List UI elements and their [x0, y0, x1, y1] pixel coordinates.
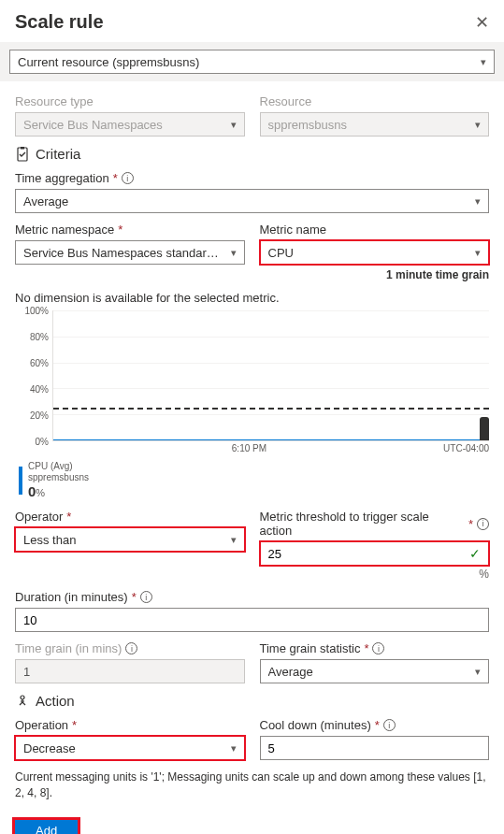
- grid-line: [53, 388, 489, 389]
- chart-bar: [480, 417, 489, 440]
- x-tick: 6:10 PM: [232, 443, 266, 453]
- y-tick: 40%: [15, 384, 49, 395]
- svg-rect-0: [18, 148, 27, 161]
- time-aggregation-value: Average: [23, 194, 68, 208]
- resource-type-value: Service Bus Namespaces: [23, 118, 163, 132]
- chevron-down-icon: ▾: [481, 56, 486, 68]
- metric-namespace-select[interactable]: Service Bus Namespaces standard me... ▾: [15, 240, 245, 265]
- resource-type-select: Service Bus Namespaces ▾: [15, 112, 245, 137]
- time-grain-stat-value: Average: [268, 665, 313, 679]
- cooldown-field[interactable]: [268, 737, 482, 759]
- chevron-down-icon: ▾: [231, 247, 237, 259]
- svg-point-2: [21, 696, 24, 699]
- threshold-input[interactable]: ✓: [260, 541, 490, 566]
- criteria-heading-text: Criteria: [36, 146, 80, 162]
- threshold-line: [53, 408, 489, 410]
- page-title: Scale rule: [15, 11, 104, 33]
- cooldown-label: Cool down (minutes) * i: [260, 718, 490, 732]
- metric-name-select[interactable]: CPU ▾: [260, 240, 490, 265]
- info-icon[interactable]: i: [372, 642, 384, 654]
- legend-color-swatch: [19, 467, 22, 495]
- operator-select[interactable]: Less than ▾: [15, 527, 245, 552]
- messaging-units-note: Current messaging units is '1'; Messagin…: [15, 769, 489, 801]
- legend-title: CPU (Avg): [28, 461, 89, 472]
- check-icon: ✓: [469, 546, 481, 561]
- required-indicator: *: [66, 510, 71, 524]
- cooldown-input[interactable]: [260, 736, 490, 760]
- required-indicator: *: [113, 171, 118, 185]
- resource-scope-select[interactable]: Current resource (sppremsbusns) ▾: [9, 50, 495, 74]
- action-heading-text: Action: [36, 693, 75, 709]
- resource-select: sppremsbusns ▾: [260, 112, 490, 137]
- info-icon[interactable]: i: [383, 719, 396, 731]
- threshold-label: Metric threshold to trigger scale action…: [260, 510, 490, 538]
- chevron-down-icon: ▾: [475, 247, 481, 259]
- cpu-series-line: [53, 439, 489, 440]
- chart-body: [52, 310, 489, 441]
- chevron-down-icon: ▾: [475, 119, 481, 131]
- chevron-down-icon: ▾: [231, 742, 237, 755]
- time-grain-stat-select[interactable]: Average ▾: [260, 659, 490, 683]
- threshold-unit: %: [260, 568, 490, 581]
- resource-type-label: Resource type: [15, 94, 245, 108]
- info-icon[interactable]: i: [125, 642, 137, 654]
- time-aggregation-label: Time aggregation * i: [15, 171, 489, 185]
- duration-field[interactable]: [23, 609, 481, 631]
- time-aggregation-select[interactable]: Average ▾: [15, 189, 489, 213]
- add-button[interactable]: Add: [15, 820, 78, 834]
- criteria-heading: Criteria: [15, 146, 489, 162]
- legend-unit: %: [36, 487, 45, 498]
- info-icon[interactable]: i: [122, 172, 134, 184]
- y-tick: 100%: [15, 306, 49, 316]
- chevron-down-icon: ▾: [231, 119, 237, 131]
- metric-chart: 100% 80% 60% 40% 20% 0% 6:10 PM UTC-04:0…: [15, 310, 489, 500]
- criteria-icon: [15, 147, 30, 162]
- y-tick: 0%: [15, 437, 49, 447]
- time-grain-note: 1 minute time grain: [260, 268, 490, 281]
- grid-line: [53, 310, 489, 311]
- duration-input[interactable]: [15, 608, 489, 632]
- operation-value: Decrease: [23, 741, 76, 755]
- grid-line: [53, 414, 489, 415]
- metric-namespace-value: Service Bus Namespaces standard me...: [23, 246, 225, 260]
- metric-name-label: Metric name: [260, 223, 490, 237]
- required-indicator: *: [468, 517, 473, 531]
- duration-label: Duration (in minutes) * i: [15, 590, 489, 604]
- info-icon[interactable]: i: [477, 518, 489, 530]
- required-indicator: *: [364, 641, 368, 655]
- required-indicator: *: [375, 718, 380, 732]
- metric-namespace-label: Metric namespace *: [15, 223, 245, 237]
- svg-rect-1: [21, 147, 24, 150]
- y-tick: 80%: [15, 332, 49, 342]
- no-dimension-text: No dimension is available for the select…: [15, 291, 489, 305]
- tz-label: UTC-04:00: [443, 443, 489, 453]
- operation-select[interactable]: Decrease ▾: [15, 736, 245, 760]
- y-tick: 60%: [15, 358, 49, 368]
- required-indicator: *: [132, 590, 137, 604]
- time-grain-field: [23, 660, 237, 683]
- time-grain-stat-label: Time grain statistic * i: [260, 641, 490, 655]
- y-tick: 20%: [15, 410, 49, 421]
- close-icon[interactable]: ✕: [475, 12, 489, 33]
- action-heading: Action: [15, 693, 489, 709]
- resource-scope-value: Current resource (sppremsbusns): [18, 55, 199, 69]
- legend-sub: sppremsbusns: [28, 472, 89, 483]
- info-icon[interactable]: i: [140, 591, 152, 603]
- operator-label: Operator *: [15, 510, 245, 524]
- time-grain-input: [15, 659, 245, 683]
- operation-label: Operation *: [15, 718, 245, 732]
- grid-line: [53, 363, 489, 364]
- metric-name-value: CPU: [268, 246, 294, 260]
- chevron-down-icon: ▾: [231, 534, 237, 546]
- time-grain-label: Time grain (in mins) i: [15, 641, 245, 655]
- chevron-down-icon: ▾: [475, 666, 481, 678]
- operator-value: Less than: [23, 533, 76, 547]
- resource-value: sppremsbusns: [268, 118, 348, 132]
- grid-line: [53, 337, 489, 338]
- chevron-down-icon: ▾: [475, 195, 481, 208]
- x-axis: 6:10 PM UTC-04:00: [52, 443, 489, 453]
- required-indicator: *: [118, 223, 122, 237]
- threshold-field[interactable]: [268, 542, 470, 565]
- resource-label: Resource: [260, 94, 490, 108]
- required-indicator: *: [72, 718, 77, 732]
